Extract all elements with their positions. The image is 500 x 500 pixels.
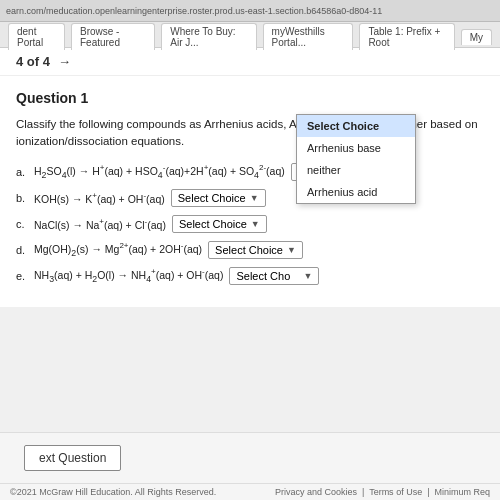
privacy-link[interactable]: Privacy and Cookies bbox=[275, 487, 357, 497]
browser-bar: earn.com/meducation.openlearningenterpri… bbox=[0, 0, 500, 22]
select-btn-c[interactable]: Select Choice ▼ bbox=[172, 215, 267, 233]
equation-d: Mg(OH)2(s) → Mg2+(aq) + 2OH-(aq) bbox=[34, 241, 202, 258]
pagination-arrow[interactable]: → bbox=[58, 54, 71, 69]
row-label-c: c. bbox=[16, 218, 30, 230]
equation-b: KOH(s) → K+(aq) + OH-(aq) bbox=[34, 191, 165, 205]
select-btn-b-label: Select Choice bbox=[178, 192, 246, 204]
row-label-d: d. bbox=[16, 244, 30, 256]
tab-bar: dent Portal Browse - Featured Where To B… bbox=[0, 22, 500, 48]
tab-where[interactable]: Where To Buy: Air J... bbox=[161, 23, 256, 50]
select-btn-d[interactable]: Select Choice ▼ bbox=[208, 241, 303, 259]
chevron-down-icon-c: ▼ bbox=[251, 219, 260, 229]
pagination-text: 4 of 4 bbox=[16, 54, 50, 69]
next-question-button[interactable]: ext Question bbox=[24, 445, 121, 471]
main-content: Question 1 Classify the following compou… bbox=[0, 76, 500, 307]
footer-area: ext Question ©2021 McGraw Hill Education… bbox=[0, 432, 500, 500]
copyright-text: ©2021 McGraw Hill Education. All Rights … bbox=[10, 487, 216, 497]
footer-links: Privacy and Cookies | Terms of Use | Min… bbox=[275, 487, 490, 497]
chevron-down-icon-d: ▼ bbox=[287, 245, 296, 255]
dropdown-option-neither[interactable]: neither bbox=[297, 159, 415, 181]
tab-mywesthills[interactable]: myWesthills Portal... bbox=[263, 23, 354, 50]
tab-table[interactable]: Table 1: Prefix + Root bbox=[359, 23, 454, 50]
select-btn-d-label: Select Choice bbox=[215, 244, 283, 256]
row-label-b: b. bbox=[16, 192, 30, 204]
dropdown-option-arrhenius-acid[interactable]: Arrhenius acid bbox=[297, 181, 415, 203]
minimum-req-link[interactable]: Minimum Req bbox=[434, 487, 490, 497]
chevron-down-icon-e: ▼ bbox=[304, 271, 313, 281]
question-row-c: c. NaCl(s) → Na+(aq) + Cl-(aq) Select Ch… bbox=[16, 215, 484, 233]
row-label-e: e. bbox=[16, 270, 30, 282]
select-btn-e[interactable]: Select Cho ▼ bbox=[229, 267, 319, 285]
select-btn-c-label: Select Choice bbox=[179, 218, 247, 230]
row-label-a: a. bbox=[16, 166, 30, 178]
terms-link[interactable]: Terms of Use bbox=[369, 487, 422, 497]
question-title: Question 1 bbox=[16, 90, 484, 106]
tab-portal[interactable]: dent Portal bbox=[8, 23, 65, 50]
question-row-e: e. NH3(aq) + H2O(l) → NH4+(aq) + OH-(aq)… bbox=[16, 267, 484, 285]
dropdown-option-select-choice[interactable]: Select Choice bbox=[297, 115, 415, 137]
copyright-bar: ©2021 McGraw Hill Education. All Rights … bbox=[0, 483, 500, 500]
equation-e: NH3(aq) + H2O(l) → NH4+(aq) + OH-(aq) bbox=[34, 267, 223, 284]
tab-browse[interactable]: Browse - Featured bbox=[71, 23, 155, 50]
select-btn-b[interactable]: Select Choice ▼ bbox=[171, 189, 266, 207]
select-dropdown: Select Choice Arrhenius base neither Arr… bbox=[296, 114, 416, 204]
url-text: earn.com/meducation.openlearningenterpri… bbox=[6, 6, 382, 16]
dropdown-option-arrhenius-base[interactable]: Arrhenius base bbox=[297, 137, 415, 159]
question-row-d: d. Mg(OH)2(s) → Mg2+(aq) + 2OH-(aq) Sele… bbox=[16, 241, 484, 259]
tab-my[interactable]: My bbox=[461, 29, 492, 45]
equation-a: H2SO4(l) → H+(aq) + HSO4-(aq)+2H+(aq) + … bbox=[34, 163, 285, 180]
select-btn-e-label: Select Cho bbox=[236, 270, 290, 282]
equation-c: NaCl(s) → Na+(aq) + Cl-(aq) bbox=[34, 217, 166, 231]
chevron-down-icon-b: ▼ bbox=[250, 193, 259, 203]
